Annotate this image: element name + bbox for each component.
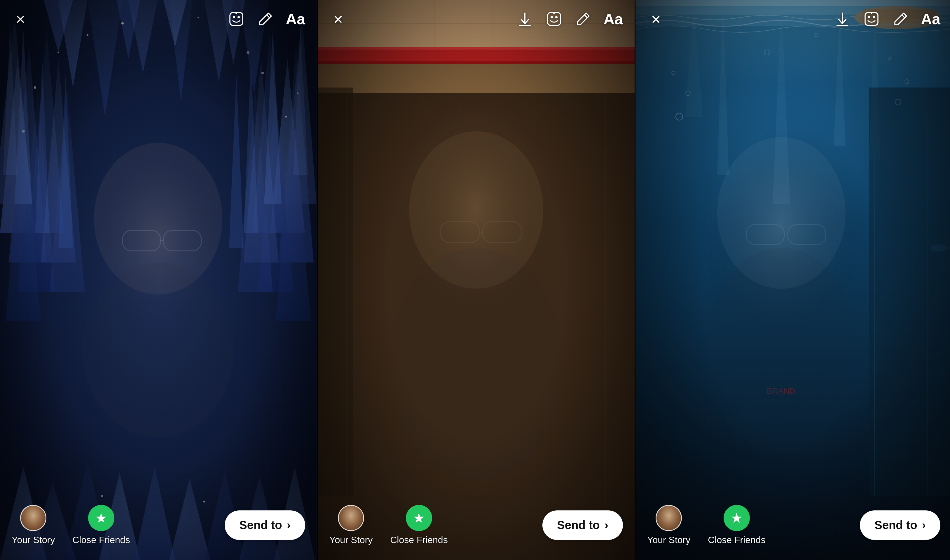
your-story-avatar-2: [338, 505, 364, 531]
svg-rect-64: [230, 12, 243, 25]
draw-button-3[interactable]: [892, 10, 910, 28]
close-button-1[interactable]: ×: [12, 10, 29, 28]
panel1-toolbar-right: Aa: [228, 10, 305, 28]
avatar-face-1: [21, 506, 46, 530]
sticker-icon-1: [228, 11, 245, 27]
panel2-bottom-left: Your Story ★ Close Friends: [329, 505, 448, 545]
avatar-face-2: [339, 506, 363, 530]
download-button-2[interactable]: [516, 10, 534, 28]
your-story-button-1[interactable]: Your Story: [12, 505, 55, 545]
your-story-button-2[interactable]: Your Story: [329, 505, 373, 545]
svg-rect-96: [548, 12, 560, 25]
svg-rect-93: [318, 0, 634, 560]
draw-icon-1: [257, 11, 274, 27]
your-story-label-1: Your Story: [12, 535, 55, 545]
close-friends-label-2: Close Friends: [390, 535, 448, 545]
svg-rect-133: [636, 0, 950, 560]
send-to-label-1: Send to: [239, 518, 282, 532]
send-to-button-1[interactable]: Send to ›: [225, 511, 305, 540]
svg-rect-63: [0, 0, 317, 560]
panel3-toolbar-right: Aa: [834, 10, 940, 28]
svg-line-68: [267, 15, 269, 18]
panel3-toolbar-left: ×: [647, 10, 665, 28]
sticker-button-1[interactable]: [228, 10, 245, 28]
svg-point-137: [868, 16, 870, 18]
text-button-3[interactable]: Aa: [921, 10, 940, 28]
sticker-button-3[interactable]: [863, 10, 880, 28]
your-story-label-3: Your Story: [647, 535, 690, 545]
story-panel-2: ×: [318, 0, 634, 560]
panel1-bottom-left: Your Story ★ Close Friends: [12, 505, 130, 545]
draw-button-2[interactable]: [574, 10, 592, 28]
panel2-toolbar-right: Aa: [516, 10, 623, 28]
close-friends-button-3[interactable]: ★ Close Friends: [708, 505, 765, 545]
svg-point-97: [551, 16, 553, 18]
your-story-avatar-1: [20, 505, 46, 531]
sticker-icon-2: [546, 11, 562, 27]
download-icon-3: [834, 11, 850, 27]
send-chevron-2: ›: [605, 518, 608, 532]
svg-rect-136: [865, 12, 878, 25]
svg-point-139: [871, 12, 872, 14]
panel3-toolbar: ×: [636, 0, 950, 29]
panel2-background: [318, 0, 634, 560]
star-icon-2: ★: [413, 510, 425, 526]
sticker-button-2[interactable]: [545, 10, 563, 28]
close-button-3[interactable]: ×: [647, 10, 665, 28]
panel3-bottom-bar: Your Story ★ Close Friends Send to ›: [636, 502, 950, 560]
panel3-background: BRAND: [636, 0, 950, 560]
story-panel-1: × Aa: [0, 0, 317, 560]
text-button-1[interactable]: Aa: [286, 10, 305, 28]
close-button-2[interactable]: ×: [329, 10, 347, 28]
send-to-label-3: Send to: [875, 518, 917, 532]
svg-line-100: [584, 15, 587, 18]
send-chevron-3: ›: [922, 518, 926, 532]
your-story-label-2: Your Story: [329, 535, 373, 545]
send-to-button-2[interactable]: Send to ›: [542, 511, 623, 540]
send-chevron-1: ›: [287, 518, 291, 532]
svg-point-99: [553, 12, 555, 14]
draw-icon-3: [893, 11, 909, 27]
svg-point-65: [233, 16, 235, 18]
download-icon-2: [517, 11, 533, 27]
close-friends-circle-1: ★: [88, 505, 114, 531]
panel3-svg: BRAND: [636, 0, 950, 560]
send-to-button-3[interactable]: Send to ›: [860, 511, 940, 540]
text-button-2[interactable]: Aa: [604, 10, 623, 28]
panel3-bottom-left: Your Story ★ Close Friends: [647, 505, 765, 545]
draw-button-1[interactable]: [257, 10, 274, 28]
close-friends-button-1[interactable]: ★ Close Friends: [72, 505, 130, 545]
panel2-svg: [318, 0, 634, 560]
your-story-avatar-3: [656, 505, 682, 531]
frost-svg: [0, 0, 317, 560]
panel1-toolbar: × Aa: [0, 0, 317, 29]
close-friends-label-3: Close Friends: [708, 535, 765, 545]
star-icon-1: ★: [95, 510, 107, 526]
panel1-toolbar-left: ×: [12, 10, 29, 28]
star-icon-3: ★: [731, 510, 742, 526]
send-to-label-2: Send to: [557, 518, 600, 532]
sticker-icon-3: [863, 11, 880, 27]
frost-decoration: [0, 0, 317, 560]
svg-line-140: [902, 15, 905, 18]
svg-point-66: [237, 16, 240, 18]
svg-point-138: [873, 16, 875, 18]
avatar-face-3: [656, 506, 681, 530]
svg-point-98: [555, 16, 557, 18]
close-friends-button-2[interactable]: ★ Close Friends: [390, 505, 448, 545]
close-friends-label-1: Close Friends: [72, 535, 130, 545]
close-friends-circle-2: ★: [406, 505, 432, 531]
panel2-toolbar: ×: [318, 0, 634, 29]
panel2-toolbar-left: ×: [329, 10, 347, 28]
draw-icon-2: [575, 11, 591, 27]
your-story-button-3[interactable]: Your Story: [647, 505, 690, 545]
panel1-bottom-bar: Your Story ★ Close Friends Send to ›: [0, 502, 317, 560]
story-panel-3: BRAND ×: [636, 0, 950, 560]
svg-point-67: [236, 12, 237, 14]
panel2-bottom-bar: Your Story ★ Close Friends Send to ›: [318, 502, 634, 560]
close-friends-circle-3: ★: [724, 505, 750, 531]
download-button-3[interactable]: [834, 10, 851, 28]
